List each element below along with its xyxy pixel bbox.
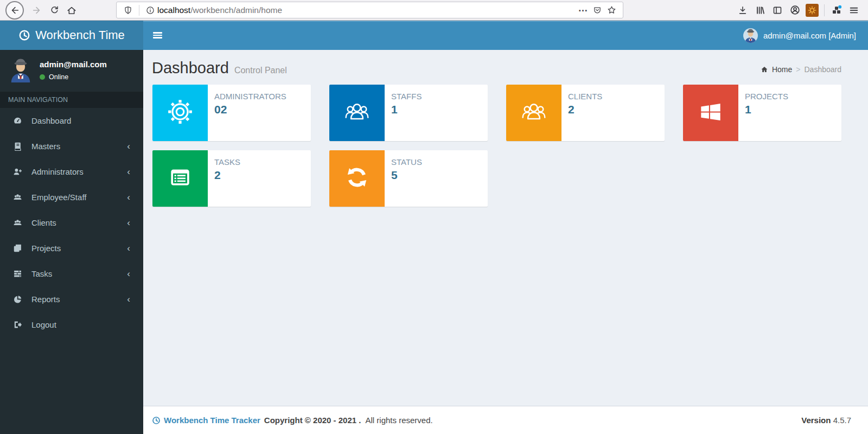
pie-chart-icon: [13, 295, 27, 304]
sidebar-collapse-button[interactable]: [143, 21, 171, 50]
info-box-label: STAFFS: [391, 92, 422, 101]
chevron-left-icon: ‹: [127, 169, 130, 175]
info-box-projects[interactable]: PROJECTS 1: [683, 85, 841, 141]
page-subtitle: Control Panel: [234, 66, 287, 75]
refresh-icon: [343, 164, 371, 193]
user-menu[interactable]: admin@mail.com [Admin]: [743, 21, 868, 50]
sidebar: admin@mail.com Online MAIN NAVIGATION Da…: [0, 50, 143, 434]
app-brand-title: Workbench Time: [35, 28, 125, 42]
sidebar-user-avatar: [8, 58, 33, 82]
pocket-icon[interactable]: [590, 3, 604, 17]
toolbar-divider: [824, 4, 825, 16]
list-icon: [167, 164, 194, 193]
info-box-clients[interactable]: CLIENTS 2: [506, 85, 665, 141]
book-icon: [13, 142, 27, 151]
bookmark-star-icon[interactable]: [604, 3, 618, 17]
clock-icon: [152, 416, 161, 425]
app-header: Workbench Time admin@mail.com [Admin]: [0, 21, 868, 50]
users-icon: [13, 218, 27, 227]
sidebar-item-logout[interactable]: Logout: [0, 312, 143, 337]
user-plus-icon: [13, 167, 27, 176]
gear-icon: [167, 98, 194, 127]
sidebar-item-reports[interactable]: Reports ‹: [0, 286, 143, 312]
breadcrumb-separator: >: [796, 65, 800, 74]
info-box-label: CLIENTS: [568, 92, 602, 101]
browser-forward-button[interactable]: [28, 2, 46, 19]
url-bar[interactable]: localhost/workbench/admin/home …: [116, 2, 623, 18]
page-actions-icon[interactable]: …: [576, 3, 590, 17]
breadcrumb-current: Dashboard: [805, 65, 842, 74]
online-status-label: Online: [49, 73, 68, 81]
browser-back-button[interactable]: [5, 1, 24, 20]
info-box-value: 1: [745, 103, 788, 116]
app-logo[interactable]: Workbench Time: [0, 21, 143, 50]
browser-home-button[interactable]: [63, 2, 80, 19]
sidebar-item-projects[interactable]: Projects ‹: [0, 235, 143, 261]
menu-hamburger-icon[interactable]: [845, 2, 863, 19]
chevron-left-icon: ‹: [127, 271, 130, 277]
sidebar-menu: Dashboard Masters ‹ Administrators ‹: [0, 108, 143, 337]
url-text[interactable]: localhost/workbench/admin/home: [157, 5, 576, 15]
info-box-label: PROJECTS: [745, 92, 788, 101]
info-box-staffs[interactable]: STAFFS 1: [329, 85, 488, 141]
footer-copyright: Copyright © 2020 - 2021 .: [264, 416, 361, 425]
library-icon[interactable]: [751, 2, 769, 19]
footer-brand-link[interactable]: Workbench Time Tracker: [152, 416, 260, 425]
dashboard-icon: [13, 116, 27, 125]
site-info-icon[interactable]: [143, 3, 157, 17]
sidebar-item-label: Reports: [31, 295, 60, 304]
info-box-value: 2: [214, 169, 240, 182]
info-box-tasks[interactable]: TASKS 2: [152, 150, 311, 207]
downloads-icon[interactable]: [734, 2, 751, 19]
copy-icon: [13, 244, 27, 253]
extension-settings-icon[interactable]: [803, 2, 821, 19]
info-box-label: ADMINISTRATORS: [214, 92, 286, 101]
breadcrumb-home-link[interactable]: Home: [772, 65, 792, 74]
footer-brand-text: Workbench Time Tracker: [164, 416, 260, 425]
sidebar-item-label: Logout: [31, 320, 56, 329]
user-avatar: [743, 28, 758, 43]
account-icon[interactable]: [786, 2, 803, 19]
version-value: 4.5.7: [833, 416, 851, 425]
sidebar-item-dashboard[interactable]: Dashboard: [0, 108, 143, 133]
sidebar-item-label: Tasks: [31, 269, 52, 278]
chevron-left-icon: ‹: [127, 246, 130, 251]
tasks-icon: [13, 269, 27, 278]
windows-icon: [697, 98, 724, 127]
online-status-dot: [40, 74, 45, 80]
sidebar-section-header: MAIN NAVIGATION: [0, 92, 143, 108]
home-icon: [761, 66, 768, 73]
tracking-shield-icon[interactable]: [121, 3, 135, 17]
url-host: localhost: [157, 5, 190, 15]
version-label: Version: [801, 416, 831, 425]
chevron-left-icon: ‹: [127, 195, 130, 200]
sidebar-item-administrators[interactable]: Administrators ‹: [0, 159, 143, 184]
sidebar-item-clients[interactable]: Clients ‹: [0, 210, 143, 235]
sidebar-item-employee-staff[interactable]: Employee/Staff ‹: [0, 184, 143, 210]
users-icon: [13, 193, 27, 202]
info-box-grid: ADMINISTRATORS 02 STAFFS 1: [143, 84, 868, 207]
sidebar-item-label: Administrators: [31, 167, 84, 176]
info-box-status[interactable]: STATUS 5: [329, 150, 488, 207]
footer-rights: All rights reserved.: [365, 416, 432, 425]
sidebar-item-masters[interactable]: Masters ‹: [0, 133, 143, 159]
info-box-administrators[interactable]: ADMINISTRATORS 02: [152, 85, 311, 141]
people-icon: [520, 98, 547, 127]
info-box-value: 2: [568, 103, 602, 116]
extensions-blocks-icon[interactable]: [828, 2, 845, 19]
main-content: DashboardControl Panel Home > Dashboard: [143, 50, 868, 434]
sidebar-user-panel: admin@mail.com Online: [0, 50, 143, 90]
urlbar-divider: [139, 5, 139, 16]
chevron-left-icon: ‹: [127, 220, 130, 226]
people-icon: [343, 98, 371, 127]
sidebar-item-label: Clients: [31, 218, 56, 227]
chevron-left-icon: ‹: [127, 144, 130, 149]
sidebar-item-label: Masters: [31, 142, 60, 151]
browser-reload-button[interactable]: [46, 2, 63, 19]
sidebar-user-email: admin@mail.com: [40, 60, 107, 69]
sidebar-toggle-icon[interactable]: [769, 2, 786, 19]
chevron-left-icon: ‹: [127, 297, 130, 302]
page-title: Dashboard: [152, 59, 229, 76]
sidebar-item-tasks[interactable]: Tasks ‹: [0, 261, 143, 286]
sidebar-user-status[interactable]: Online: [40, 73, 107, 81]
